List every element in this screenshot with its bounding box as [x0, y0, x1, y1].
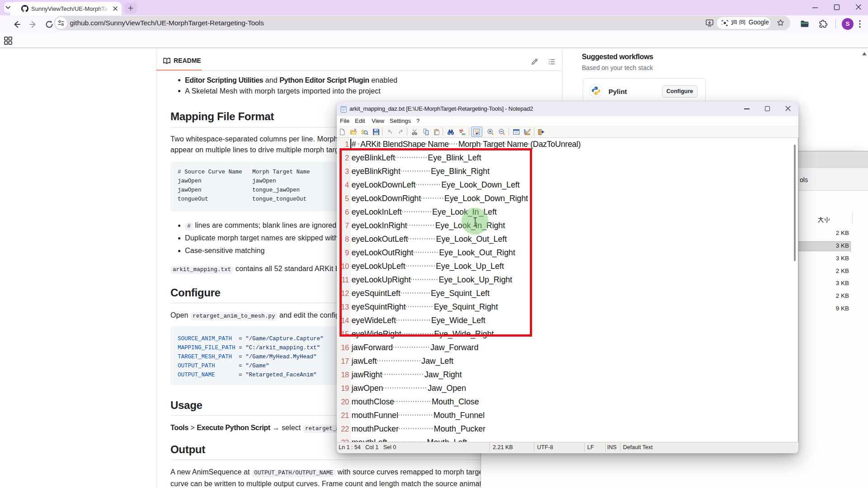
svg-text:ac: ac [462, 132, 466, 136]
